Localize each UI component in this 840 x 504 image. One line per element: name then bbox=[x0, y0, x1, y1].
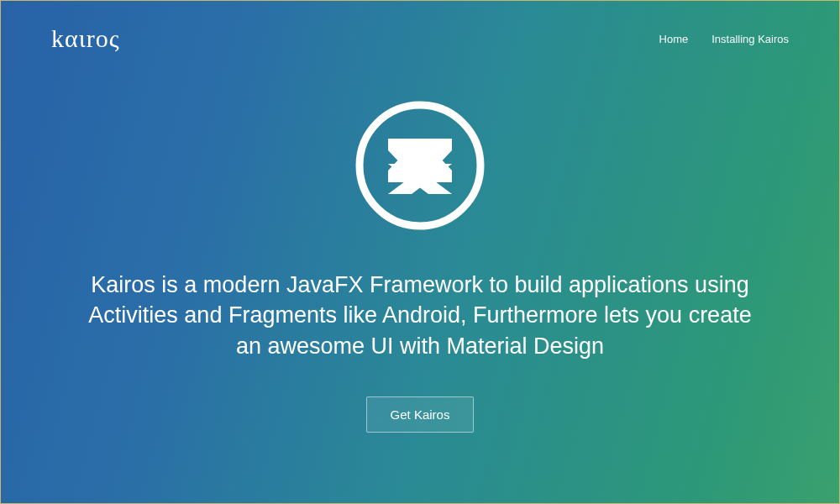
get-kairos-button[interactable]: Get Kairos bbox=[366, 396, 475, 433]
nav-home[interactable]: Home bbox=[659, 33, 689, 45]
brand-logo[interactable]: kαιroς bbox=[51, 24, 120, 53]
header: kαιroς Home Installing Kairos bbox=[1, 1, 839, 53]
nav-installing[interactable]: Installing Kairos bbox=[711, 33, 789, 45]
hero-tagline: Kairos is a modern JavaFX Framework to b… bbox=[76, 270, 764, 361]
landing-page: kαιroς Home Installing Kairos Kairos is … bbox=[0, 0, 840, 504]
hero-logo-icon bbox=[353, 98, 487, 236]
hero-section: Kairos is a modern JavaFX Framework to b… bbox=[1, 53, 839, 503]
top-nav: Home Installing Kairos bbox=[659, 33, 789, 45]
